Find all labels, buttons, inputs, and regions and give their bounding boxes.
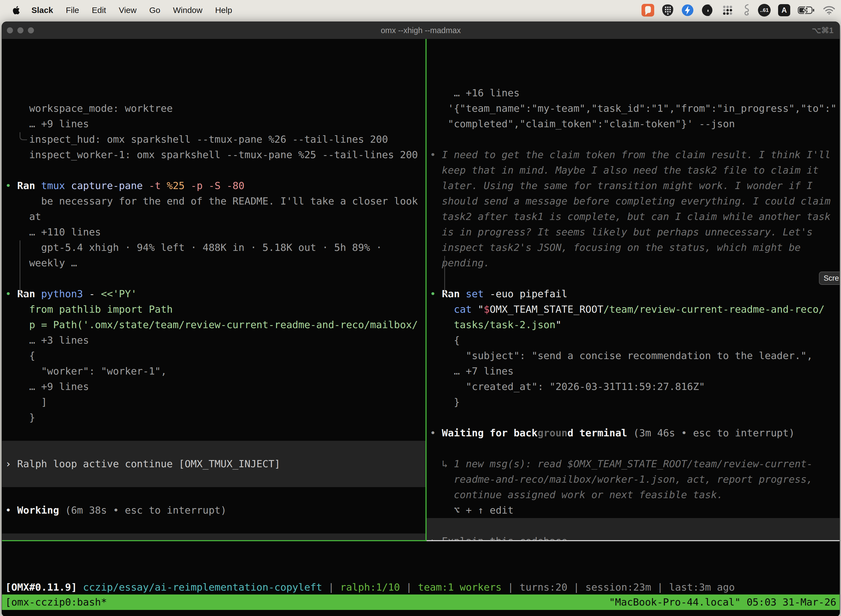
terminal-row: pending. [426,255,840,271]
tmux-pane-right[interactable]: … +16 lines '{"team_name":"my-team","tas… [426,39,840,540]
terminal-row: … +9 lines [2,379,425,395]
screen-overlay-tooltip: Scre [819,271,840,285]
terminal-row: • Working (6m 38s • esc to interrupt) [2,503,425,518]
screen-overlay-tooltip-text: Scre [823,274,839,283]
input-source-icon[interactable]: A [778,4,790,16]
terminal-row: gpt-5.4 xhigh · 94% left · 488K in · 5.1… [2,240,425,255]
omx-status-line: [OMX#0.11.9] cczip/essay/ai-reimplementa… [2,572,840,595]
exec-rail [20,241,27,295]
terminal-row: is in progress? It seems likely but perh… [426,224,840,240]
battery-icon[interactable] [798,6,815,15]
terminal-row: • Ran set -euo pipefail [426,286,840,302]
terminal-row: ] [2,395,425,410]
terminal-row: workspace_mode: worktree [2,101,425,116]
terminal-row [2,271,425,286]
terminal-row: … +16 lines [426,85,840,101]
terminal-row: … +9 lines [2,116,425,132]
terminal-row: • Ran python3 - <<'PY' [2,286,425,302]
terminal-row: cat "$OMX_TEAM_STATE_ROOT/team/review-cu… [426,302,840,317]
chat-app-icon[interactable] [642,4,654,16]
terminal-row: should send a message before completing … [426,194,840,209]
terminal-row: › Explain this codebase [426,534,840,540]
window-shortcut-hint: ⌥⌘1 [812,22,834,39]
terminal-row: "created_at": "2026-03-31T11:59:27.816Z" [426,379,840,395]
terminal-row [426,441,840,456]
terminal-row: … +3 lines [2,333,425,348]
terminal-row: weekly … [2,255,425,271]
wifi-icon[interactable] [823,6,835,15]
menu-item-file[interactable]: File [66,6,79,15]
screen: { "menu_bar": { "app_name": "Slack", "it… [0,0,841,616]
terminal-row: … +110 lines [2,224,425,240]
terminal-row: tasks/task-2.json" [426,317,840,333]
terminal-row: continue assigned work or next feasible … [426,487,840,503]
terminal-row: inspect_hud: omx sparkshell --tmux-pane … [2,132,425,147]
menu-bar-status-icons: ..61 A [642,4,835,17]
menu-bar: Slack File Edit View Go Window Help [0,0,841,21]
badge-61-text: ..61 [760,7,769,13]
terminal-row: } [426,395,840,410]
terminal-row [2,534,425,540]
moon-icon[interactable] [701,4,714,16]
terminal-row: at [2,209,425,224]
tmux-pane-divider[interactable] [425,39,426,540]
terminal-window: omx --xhigh --madmax ⌥⌘1 workspace_mode:… [1,22,840,616]
badge-61-icon[interactable]: ..61 [758,4,771,16]
terminal-row: ↳ 1 new msg(s): read $OMX_TEAM_STATE_ROO… [426,456,840,472]
terminal-row: ⌥ + ↑ edit [426,503,840,518]
tmux-status-bar: [omx-cczip0:bash* "MacBook-Pro-44.local"… [2,594,840,610]
terminal-row: } [2,410,425,425]
menu-item-window[interactable]: Window [173,6,202,15]
terminal-row [426,271,840,286]
squiggle-icon[interactable] [741,4,750,17]
terminal-row: "subject": "send a concise recommendatio… [426,348,840,364]
tmux-pane-bottom[interactable]: [OMX#0.11.9] cczip/essay/ai-reimplementa… [2,541,840,616]
menu-item-edit[interactable]: Edit [92,6,106,15]
terminal-row: • I need to get the claim token from the… [426,147,840,163]
terminal-row: '{"team_name":"my-team","task_id":"1","f… [426,101,840,116]
window-title: omx --xhigh --madmax [2,22,840,39]
terminal-row: be necessary for the end of the README. … [2,194,425,209]
terminal-row: from pathlib import Path [2,302,425,317]
terminal-row [2,472,425,487]
menu-item-go[interactable]: Go [149,6,160,15]
tmux-host-clock: "MacBook-Pro-44.local" 05:03 31-Mar-26 [609,594,836,610]
terminal-row: • Waiting for background terminal (3m 46… [426,425,840,441]
terminal-row [2,441,425,456]
terminal-row: • Ran tmux capture-pane -t %25 -p -S -80 [2,178,425,194]
terminal-row: inspect task2's JSON, focusing on the st… [426,240,840,255]
app-menu-slack[interactable]: Slack [31,6,53,15]
exec-rail [20,132,27,140]
terminal-row [2,163,425,178]
terminal-row [2,425,425,441]
terminal-row: "worker": "worker-1", [2,364,425,379]
terminal-row: … +7 lines [426,364,840,379]
terminal-row [426,518,840,534]
keypad-shield-icon[interactable] [662,4,674,16]
terminal-row: "completed","claim_token":"claim-token"}… [426,116,840,132]
input-source-letter: A [781,6,787,15]
apple-menu-icon[interactable] [12,6,21,15]
terminal-row: › Ralph loop active continue [OMX_TMUX_I… [2,456,425,472]
terminal-row: inspect_worker-1: omx sparkshell --tmux-… [2,147,425,163]
menu-item-help[interactable]: Help [215,6,232,15]
tmux-session-window: [omx-cczip0:bash* [5,594,107,610]
terminal-row: { [2,348,425,364]
menu-item-view[interactable]: View [119,6,136,15]
window-titlebar[interactable]: omx --xhigh --madmax ⌥⌘1 [2,22,840,39]
terminal-row: { [426,333,840,348]
terminal-row: task2 after task1 is complete, but can I… [426,209,840,224]
terminal-row [2,518,425,534]
terminal-row: readme-and-reco/mailbox/worker-1.json, a… [426,472,840,487]
blue-bolt-app-icon[interactable] [681,4,694,16]
exec-rail [444,256,452,295]
terminal-row [426,132,840,147]
terminal-row: p = Path('.omx/state/team/review-current… [2,317,425,333]
terminal-row: later. Using the same for transition mig… [426,178,840,194]
tmux-pane-left[interactable]: workspace_mode: worktree … +9 lines insp… [2,39,425,540]
dots-grid-icon[interactable] [722,4,734,16]
terminal-row [426,410,840,425]
terminal-row: keep that in mind. Maybe I also need the… [426,163,840,178]
terminal-row [2,487,425,503]
